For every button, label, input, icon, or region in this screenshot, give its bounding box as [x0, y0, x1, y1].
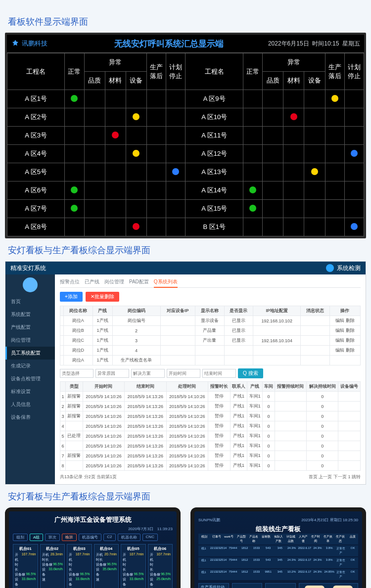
td: 2018/5/9 14:10:26 [166, 392, 208, 402]
td [338, 461, 361, 471]
sidebar-item[interactable]: 设备点检管理 [5, 372, 55, 385]
td: 岗位C [64, 336, 93, 346]
status-cell [263, 127, 283, 145]
td [60, 346, 64, 356]
td: 已显示 [224, 326, 253, 336]
td [275, 402, 306, 411]
status-cell [147, 90, 166, 108]
machine-card: 机台01开机时长107.7min设备稼96.5%设备速33.6km/h [13, 544, 38, 588]
td: 暂停 [208, 451, 230, 461]
sidebar-item[interactable]: 系统配置 [5, 308, 55, 321]
row-name: A 区14号 [186, 181, 243, 200]
td: 新报警 [65, 402, 83, 411]
td [338, 441, 361, 451]
status-cell [304, 108, 325, 127]
col-prod-delay-r: 生产落后 [325, 53, 344, 90]
tab[interactable]: 报警点位 [60, 278, 80, 285]
andon-board: 讯鹏科技 无线安灯呼叫系统汇总显示端 2022年6月15日 时间10:15 星期… [5, 33, 366, 238]
pager-nav[interactable]: 首页 上一页 下一页 1 跳转 [309, 474, 361, 480]
user-name[interactable]: 系统检测 [337, 264, 361, 272]
dashboard-equipment: 广州海洋五金设备管理系统 2020年7月3日 11:39:23 组别A组班次晚班… [5, 507, 181, 588]
sidebar-item[interactable]: 产线配置 [5, 321, 55, 334]
alarm-table: 类型开始时间结束时间处理时间报警时长联系人产线车间报警持续时间解决持续时间设备编… [60, 381, 361, 471]
tag: 组别 [13, 534, 28, 541]
td: 2018/5/9 14:10:26 [166, 431, 208, 441]
status-cell [126, 127, 146, 145]
filter-input[interactable] [167, 369, 200, 378]
status-cell [283, 181, 304, 200]
status-cell [344, 200, 364, 218]
td [160, 356, 195, 365]
td: 2018/5/9 14:10:26 [83, 402, 124, 411]
machine-card: 机台04开机时长20.7min设备稼96.5%设备速35.6km/h [94, 544, 119, 588]
td: 0 [262, 411, 275, 421]
sidebar-item[interactable]: 首页 [5, 295, 55, 308]
pager-count: 共13条记录 分2页 当前第1页 [60, 474, 117, 480]
status-dot-y [133, 113, 139, 120]
user-avatar-icon[interactable] [326, 264, 334, 272]
tab[interactable]: PAD配置 [129, 278, 149, 285]
td [275, 441, 306, 451]
status-cell [304, 200, 325, 218]
td: 暂停 [208, 392, 230, 402]
filter-input[interactable] [131, 369, 165, 378]
td [65, 461, 83, 471]
status-cell [344, 218, 364, 236]
sidebar-item[interactable]: 员工系统配置 [5, 347, 55, 360]
th: 联系人 [230, 382, 247, 392]
sidebar-item[interactable]: 标准设置 [5, 385, 55, 398]
batch-delete-button[interactable]: ✕批量删除 [86, 292, 119, 302]
td [275, 421, 306, 431]
sidebar-item[interactable]: 生成记录 [5, 360, 55, 372]
td [160, 316, 195, 326]
td: 岗位A [64, 356, 93, 365]
td: 2018/5/9 14:10:26 [83, 431, 124, 441]
status-cell [126, 181, 146, 200]
status-cell [283, 108, 304, 127]
tag: A组 [30, 534, 43, 541]
td [301, 316, 329, 326]
td: 6 [60, 441, 66, 451]
status-cell [126, 108, 146, 127]
td [329, 356, 360, 365]
td: 192.168.10.104 [253, 336, 301, 346]
td [160, 326, 195, 336]
sidebar-item[interactable]: 人员信息 [5, 398, 55, 411]
status-cell [283, 163, 304, 181]
status-cell [166, 127, 186, 145]
add-button[interactable]: +添加 [60, 292, 83, 302]
td: 0 [307, 451, 338, 461]
status-cell [105, 127, 126, 145]
filter-row: Q 搜索 [60, 368, 361, 378]
status-cell [65, 200, 84, 218]
status-cell [105, 181, 126, 200]
status-cell [65, 145, 84, 163]
col-plan-stop: 计划停止 [166, 53, 186, 90]
tab[interactable]: Q系统列表 [154, 278, 178, 288]
filter-input[interactable] [60, 369, 93, 378]
status-cell [65, 127, 84, 145]
filter-input[interactable] [95, 369, 129, 378]
sidebar-item[interactable]: 岗位管理 [5, 334, 55, 347]
status-cell [263, 163, 283, 181]
sidebar-item[interactable]: 设备保养 [5, 411, 55, 424]
tab[interactable]: 已产线 [85, 278, 99, 285]
status-cell [166, 145, 186, 163]
td: 产线1 [230, 421, 247, 431]
td [195, 346, 224, 356]
status-cell [263, 181, 283, 200]
andon-logo: 讯鹏科技 [11, 39, 70, 48]
tab[interactable]: 岗位管理 [104, 278, 124, 285]
status-cell [126, 163, 146, 181]
status-cell [147, 200, 166, 218]
td [301, 346, 329, 356]
filter-input[interactable] [202, 369, 236, 378]
machine-card: 机台05开机时长107.7min设备稼96.5%设备速33.6km/h [121, 544, 146, 588]
machine-card: 机台02开机时长28.3min设备稼96.5%设备速33.6km/h [40, 544, 65, 588]
search-button[interactable]: Q 搜索 [238, 368, 263, 378]
dash1-tags: 组别A组班次晚班机器编号C2机器名称CNC [13, 534, 173, 541]
td: 0 [307, 411, 338, 421]
th: 车间 [262, 382, 275, 392]
brand-icon [11, 39, 20, 48]
status-cell [65, 218, 84, 236]
